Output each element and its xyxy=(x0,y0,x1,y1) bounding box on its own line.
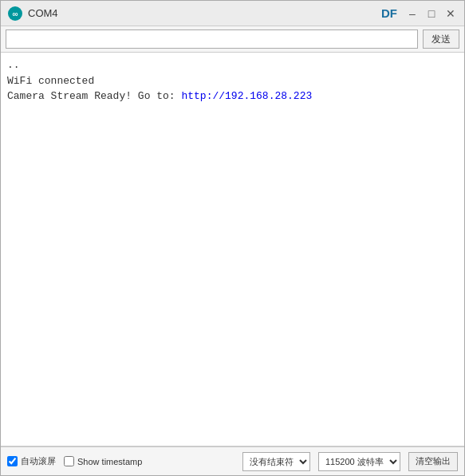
console-output: .. WiFi connected Camera Stream Ready! G… xyxy=(1,53,464,446)
console-line-2: WiFi connected xyxy=(7,73,458,89)
autoscroll-group: 自动滚屏 xyxy=(7,455,56,467)
restore-button[interactable]: □ xyxy=(424,6,439,21)
console-url: http://192.168.28.223 xyxy=(181,90,312,102)
autoscroll-label[interactable]: 自动滚屏 xyxy=(21,455,56,467)
title-bar: ∞ COM4 DF – □ ✕ xyxy=(1,1,464,26)
console-line-3: Camera Stream Ready! Go to: http://192.1… xyxy=(7,89,458,104)
serial-input[interactable] xyxy=(6,30,418,49)
timestamp-label[interactable]: Show timestamp xyxy=(77,457,142,466)
status-bar: 自动滚屏 Show timestamp 没有结束符 换行 回车 换行并回车 30… xyxy=(1,446,464,475)
timestamp-group: Show timestamp xyxy=(64,456,142,466)
arduino-logo-icon: ∞ xyxy=(7,6,23,22)
autoscroll-checkbox[interactable] xyxy=(7,456,18,466)
clear-output-button[interactable]: 清空输出 xyxy=(408,452,458,471)
window-title: COM4 xyxy=(28,7,381,19)
svg-text:∞: ∞ xyxy=(12,10,18,18)
main-window: ∞ COM4 DF – □ ✕ 发送 .. WiFi connected Cam… xyxy=(0,0,465,476)
toolbar: 发送 xyxy=(1,26,464,53)
console-line-1: .. xyxy=(7,57,458,73)
minimize-button[interactable]: – xyxy=(405,6,420,21)
baud-rate-select[interactable]: 300 1200 2400 4800 9600 19200 38400 5760… xyxy=(318,452,400,471)
close-button[interactable]: ✕ xyxy=(443,6,458,21)
send-button[interactable]: 发送 xyxy=(423,30,459,49)
line-ending-select[interactable]: 没有结束符 换行 回车 换行并回车 xyxy=(242,452,310,471)
timestamp-checkbox[interactable] xyxy=(64,456,74,466)
title-bar-controls: DF – □ ✕ xyxy=(381,6,458,21)
brand-label: DF xyxy=(381,6,397,20)
